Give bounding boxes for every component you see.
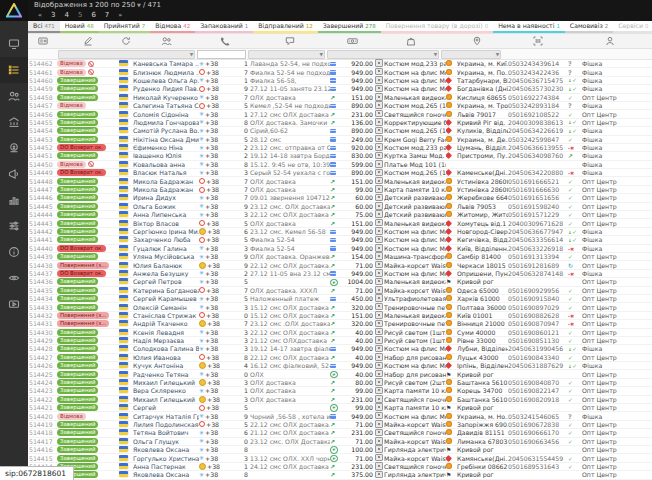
- order-status[interactable]: Завершений: [57, 429, 119, 436]
- product-name[interactable]: Ультрафиолетовая лампа для сушки: [384, 295, 446, 302]
- table-row[interactable]: 514424ЗавершенийМихаил Гилецький+383ОЛХ …: [28, 379, 652, 387]
- product-name[interactable]: Костюм мод.265 (1шт. х 890.00: [384, 169, 446, 176]
- order-status[interactable]: Завершений: [57, 186, 119, 193]
- client-name[interactable]: Сергей Петров: [133, 278, 199, 285]
- tracking-number[interactable]: 20450632874148: [508, 270, 568, 277]
- product-name[interactable]: Рисуй светом (1шт. х 40.00 = 40.00: [384, 337, 446, 344]
- client-name[interactable]: Власюк Наталья: [133, 169, 199, 176]
- order-status[interactable]: Завершений: [57, 396, 119, 403]
- order-status[interactable]: Відмова: [57, 69, 119, 76]
- table-row[interactable]: 514455ЗавершенийЛюдмила Гончарова✳+388ОЛ…: [28, 119, 652, 127]
- table-row[interactable]: 514429ЗавершенийНадія Мерзаєва✳+38321.12…: [28, 337, 652, 345]
- client-name[interactable]: Ирина Дидух: [133, 194, 199, 201]
- client-name[interactable]: Николай Кучеренко: [133, 94, 199, 101]
- client-phone[interactable]: ✳+389: [199, 203, 250, 210]
- order-status[interactable]: Повернення (з...: [57, 312, 119, 319]
- order-comment[interactable]: 23.12 смс. ОЛХ доставка: [250, 203, 330, 210]
- order-comment[interactable]: 23.12 смс. отправка от Сокол..: [250, 144, 330, 151]
- order-status[interactable]: Завершений: [57, 304, 119, 311]
- table-row[interactable]: 514427ЗавершенийЮлия Иванова+38822.12 см…: [28, 354, 652, 362]
- client-phone[interactable]: ✳+383: [199, 245, 250, 252]
- table-row[interactable]: 514420ВідмоваСитарчук Наталія Гр..✳+389Ч…: [28, 412, 652, 420]
- order-comment[interactable]: ОЛХ доставка. Оранжевая: [250, 253, 330, 260]
- product-name[interactable]: Машина-трансформер ламборджини: [384, 253, 446, 260]
- order-comment[interactable]: 13.12 смс ОЛХ. ХХЛ чорний: [250, 455, 330, 462]
- tracking-number[interactable]: 20450636715475: [508, 77, 568, 84]
- page-button-4[interactable]: 4: [64, 11, 68, 19]
- client-phone[interactable]: ✳+386: [199, 429, 250, 436]
- order-comment[interactable]: ОЛХ: [250, 371, 330, 378]
- tracking-number[interactable]: 0501691666521: [508, 178, 568, 185]
- order-comment[interactable]: Серый 52-54 уехала с города: [250, 169, 330, 176]
- client-name[interactable]: Гуцалюк Галина: [133, 245, 199, 252]
- order-comment[interactable]: Чорний ,56-58 , хотела исключ..: [250, 413, 330, 420]
- client-name[interactable]: Людмила Гончарова: [133, 119, 199, 126]
- order-status[interactable]: Відмова: [57, 161, 119, 168]
- order-status[interactable]: Завершений: [57, 236, 119, 243]
- order-status[interactable]: Завершений: [57, 446, 119, 453]
- client-name[interactable]: Солодкова Галина В..: [133, 345, 199, 352]
- table-row[interactable]: 514448ЗавершенийМикола Бадражан+387ОЛХ д…: [28, 177, 652, 185]
- order-comment[interactable]: ОЛХ доставка: [250, 178, 330, 185]
- client-phone[interactable]: +385: [199, 220, 250, 227]
- eye-icon[interactable]: [0, 265, 28, 291]
- phone-icon[interactable]: [199, 36, 250, 46]
- product-name[interactable]: Тренировочные петли TRX Training: [384, 304, 446, 311]
- order-status[interactable]: Завершений: [57, 136, 119, 143]
- client-name[interactable]: Близнюк Людмила ..: [133, 69, 199, 76]
- client-phone[interactable]: ✳+389: [199, 253, 250, 260]
- tracking-number[interactable]: 0501690843340: [508, 354, 568, 361]
- product-name[interactable]: Костюм мод.233 разм,48-58 (1шт. х 920.00: [384, 60, 446, 67]
- client-name[interactable]: Сергей Карамышев: [133, 295, 199, 302]
- order-status[interactable]: DO Возврат ок.: [57, 270, 119, 277]
- client-phone[interactable]: ✳+385: [199, 278, 250, 285]
- order-comment[interactable]: 15.12 смс ОЛХ доставка: [250, 304, 330, 311]
- order-status[interactable]: Завершений: [57, 220, 119, 227]
- client-phone[interactable]: +383: [199, 396, 250, 403]
- table-row[interactable]: 514414ЗавершенийАнна Пастернак+38124.12 …: [28, 463, 652, 471]
- tracking-number[interactable]: 0501690663456: [508, 438, 568, 445]
- tab-Відправлений[interactable]: Відправлений12: [253, 21, 317, 33]
- table-row[interactable]: 514435ЗавершенийКатерина Богданова+387ОЛ…: [28, 287, 652, 295]
- table-row[interactable]: 514433ЗавершенийОлексій Семанін✳+38315.1…: [28, 303, 652, 311]
- product-name[interactable]: Детский развивающий конструктор: [384, 203, 446, 210]
- order-comment[interactable]: 21.12 смс ОЛХ доставка: [250, 429, 330, 436]
- tab-Сервіси[interactable]: Сервіси0: [613, 21, 652, 33]
- client-name[interactable]: Вера Скляренко: [133, 387, 199, 394]
- client-phone[interactable]: ✳+387: [199, 94, 250, 101]
- column-filter-dropdown[interactable]: ▼: [58, 50, 195, 59]
- product-name[interactable]: Карта памяти 10 класс - 32Гб *1: [384, 404, 446, 411]
- order-comment[interactable]: 21.12 смс ОЛХдоставка: [250, 337, 330, 344]
- order-status[interactable]: Завершений: [57, 94, 119, 101]
- table-row[interactable]: 514428ЗавершенийСолодкова Галина В..✳+38…: [28, 345, 652, 353]
- table-row[interactable]: 514444ЗавершенийАнна Липенська✳+38322.12…: [28, 211, 652, 219]
- table-row[interactable]: 514453ЗавершенийНікітіна Оксана Дми..✳+3…: [28, 136, 652, 144]
- product-name[interactable]: Майка-корсет Waist Trainer *142: [384, 262, 446, 269]
- order-comment[interactable]: ОЛХ доставка: [250, 387, 330, 394]
- order-comment[interactable]: Лаванда 52-54, не подходит: [250, 60, 330, 67]
- table-row[interactable]: 514445ЗавершенийОльга Божик✳+38923.12 см…: [28, 203, 652, 211]
- order-comment[interactable]: 22.12 смс ОЛХ доставка: [250, 354, 330, 361]
- product-name[interactable]: Маленькая видеокамера SQ8 *1: [384, 220, 446, 227]
- order-status[interactable]: Завершений: [57, 362, 119, 369]
- delivery-location-icon[interactable]: [446, 36, 508, 46]
- product-name[interactable]: Костюм на флис Мод.1014 (1шт. х 949.00: [384, 228, 446, 235]
- tracking-number[interactable]: 20450634098760: [508, 152, 568, 159]
- order-comment[interactable]: Кемел ,52-54 не подходит: [250, 102, 330, 109]
- product-name[interactable]: Майка-корсет Waist Trainer *142: [384, 421, 446, 428]
- client-phone[interactable]: ✳+388: [199, 471, 250, 478]
- product-name[interactable]: Костюм мод.265 (1шт. х 890.00: [384, 102, 446, 109]
- client-name[interactable]: Самотій Руслана Во..: [133, 127, 199, 134]
- order-status[interactable]: Завершений: [57, 203, 119, 210]
- client-name[interactable]: Олексій Семанін: [133, 304, 199, 311]
- order-status[interactable]: Завершений: [57, 278, 119, 285]
- bank-icon[interactable]: [0, 109, 28, 135]
- product-name[interactable]: Костюм на флис Мод.1014 (1шт. х 949.00: [384, 85, 446, 92]
- client-phone[interactable]: ✳+388: [199, 119, 250, 126]
- tracking-number[interactable]: 0501691651656: [508, 194, 568, 201]
- client-name[interactable]: Анна Пастернак: [133, 463, 199, 470]
- tracking-number[interactable]: 0501690915840: [508, 295, 568, 302]
- product-name[interactable]: Светящийся гоночный трек Magic Tracks: [384, 111, 446, 118]
- client-phone[interactable]: ✳+383: [199, 169, 250, 176]
- table-row[interactable]: 514454ЗавершенийСамотій Руслана Во..✳+38…: [28, 127, 652, 135]
